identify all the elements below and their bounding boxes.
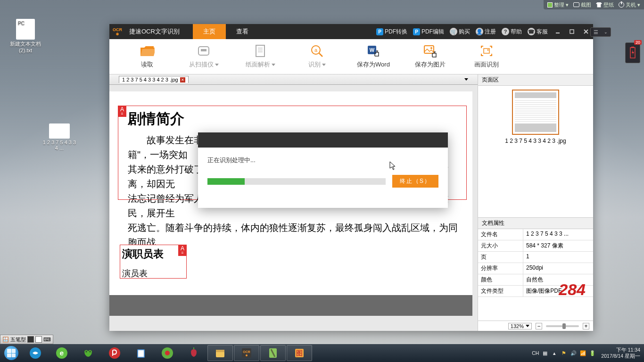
file-tab[interactable]: 1 2 3 7 5 4 3 3 4 2 3 .jpg ✕ — [119, 76, 189, 83]
btn-service[interactable]: ☎客服 — [525, 28, 551, 36]
topbar-shutdown[interactable]: 关机▾ — [619, 1, 640, 8]
taskbar-item[interactable] — [102, 345, 127, 361]
svg-rect-28 — [138, 350, 144, 357]
close-tab-icon[interactable]: ✕ — [180, 77, 185, 82]
taskbar-item[interactable] — [181, 345, 206, 361]
zoom-bar: 132% − + — [478, 321, 593, 331]
desktop-icon-label: 新建文本文档 (2).txt — [8, 41, 42, 53]
zoom-slider[interactable] — [546, 325, 579, 327]
svg-rect-17 — [424, 46, 434, 53]
svg-point-25 — [90, 351, 91, 353]
svg-point-20 — [487, 49, 489, 51]
tab-view[interactable]: 查看 — [226, 24, 259, 39]
chevron-down-icon[interactable] — [464, 78, 468, 81]
battery-widget[interactable]: 20 — [625, 42, 640, 63]
tool-save-word[interactable]: W 保存为Word — [345, 44, 402, 69]
taskbar-item-ocr[interactable]: OCR — [234, 345, 259, 361]
desktop-topbar: 整理▾ 截图 壁纸 关机▾ — [544, 0, 644, 9]
svg-rect-19 — [484, 49, 489, 53]
tool-read[interactable]: 读取 — [119, 44, 175, 69]
system-tray: CH ▦ ▴ ⚑ 🔊 📶 🔋 下午 11:34 2017/8/14 星期一 — [532, 347, 644, 359]
tool-paper[interactable]: 纸面解析 — [232, 44, 289, 69]
dialog-titlebar[interactable] — [198, 132, 448, 148]
stop-button[interactable]: 终止（S） — [392, 175, 438, 188]
taskbar-item[interactable] — [23, 345, 48, 361]
screen-ocr-icon — [479, 44, 494, 58]
start-button[interactable] — [0, 344, 23, 362]
folder-open-icon — [140, 44, 155, 58]
chevron-down-icon: ⌄ — [604, 30, 608, 34]
user-icon: 👤 — [476, 28, 483, 35]
btn-help[interactable]: ?帮助 — [499, 28, 525, 36]
chevron-up-icon[interactable]: ▴ — [551, 350, 558, 356]
taskbar-item[interactable]: e — [49, 345, 74, 361]
zoom-in-button[interactable]: + — [583, 323, 589, 329]
ocr-region-2[interactable]: A≡ 演职员表 演员表 — [120, 245, 187, 279]
topbar-screenshot[interactable]: 截图 — [573, 1, 591, 8]
chevron-down-icon — [272, 64, 275, 66]
search-a-icon: a — [309, 44, 324, 58]
taskbar-item[interactable] — [75, 345, 101, 361]
taskbar-item[interactable] — [128, 345, 154, 361]
prop-row-dpi: 分辨率250dpi — [478, 263, 593, 274]
watermark-number: 284 — [559, 280, 586, 299]
topbar-organize[interactable]: 整理▾ — [547, 1, 569, 8]
chevron-down-icon — [215, 64, 219, 66]
svg-rect-3 — [570, 30, 574, 33]
zoom-out-button[interactable]: − — [536, 323, 542, 329]
thumbnail-area: 1 2 3 7 5 4 3 3 4 2 3 .jpg — [478, 86, 593, 149]
topbar-wallpaper[interactable]: 壁纸 — [596, 1, 614, 8]
tab-home[interactable]: 主页 — [193, 24, 226, 39]
ime-mode-icon[interactable] — [27, 336, 34, 343]
sort-menu-button[interactable]: ☰ ⌄ — [590, 27, 611, 37]
ime-toolbar[interactable]: 🪟 五笔型 ⌨ — [0, 335, 53, 344]
document-icon — [253, 44, 268, 58]
tray-flag-icon[interactable]: ⚑ — [561, 350, 567, 356]
tool-scanner[interactable]: 从扫描仪 — [175, 44, 232, 69]
taskbar-item[interactable] — [155, 345, 180, 361]
btn-buy[interactable]: 🛒购买 — [447, 28, 473, 36]
image-file-icon — [49, 123, 70, 139]
pages-section-title: 页面区 — [478, 74, 593, 86]
svg-text:图: 图 — [296, 349, 303, 357]
tray-ime-icon[interactable]: ▦ — [542, 350, 548, 356]
app-title: 捷速OCR文字识别 — [125, 27, 183, 36]
titlebar[interactable]: OCR◉ 捷速OCR文字识别 主页 查看 PPDF转换 PPDF编辑 🛒购买 👤… — [109, 24, 593, 39]
svg-rect-1 — [631, 47, 634, 48]
tool-recognize[interactable]: a 识别 — [289, 44, 345, 69]
progress-fill — [207, 178, 245, 185]
prop-row-filename: 文件名1 2 3 7 5 4 3 3 ... — [478, 229, 593, 240]
desktop-icon-txt[interactable]: 新建文本文档 (2).txt — [8, 19, 42, 53]
maximize-button[interactable] — [565, 24, 579, 39]
keyboard-icon[interactable]: ⌨ — [43, 337, 51, 343]
taskbar-clock[interactable]: 下午 11:34 2017/8/14 星期一 — [598, 347, 640, 359]
desktop-icon-label: 1 2 3 7 5 4 3 3 4 ... — [42, 140, 76, 151]
ime-mode-icon[interactable] — [35, 336, 42, 343]
ocr-tag-icon: A≡ — [118, 106, 126, 117]
network-icon[interactable]: 📶 — [579, 350, 586, 356]
svg-rect-8 — [256, 45, 264, 57]
btn-pdf-edit[interactable]: PPDF编辑 — [410, 28, 447, 36]
svg-line-14 — [319, 53, 322, 57]
volume-icon[interactable]: 🔊 — [570, 350, 577, 356]
page-thumbnail[interactable] — [512, 90, 559, 135]
battery-icon — [629, 47, 636, 59]
canvas-wrap[interactable]: A≡ 剧情简介 故事发生在非洲附近的大海上，主人公冷锋遭遇人生滑铁卢，被"开除军… — [109, 85, 478, 331]
btn-pdf-convert[interactable]: PPDF转换 — [373, 28, 410, 36]
taskbar-item[interactable] — [260, 345, 286, 361]
zoom-select[interactable]: 132% — [508, 323, 532, 329]
btn-register[interactable]: 👤注册 — [473, 28, 499, 36]
taskbar-item[interactable] — [207, 345, 233, 361]
tray-lang[interactable]: CH — [532, 350, 539, 356]
battery-icon[interactable]: 🔋 — [589, 350, 595, 356]
tool-screen-ocr[interactable]: 画面识别 — [458, 44, 515, 69]
desktop-icon-img[interactable]: 1 2 3 7 5 4 3 3 4 ... — [42, 123, 76, 151]
prop-row-size: 元大小584 * 327 像素 — [478, 240, 593, 252]
svg-point-18 — [430, 47, 432, 49]
ime-logo-icon: 🪟 — [2, 337, 9, 343]
tool-save-image[interactable]: 保存为图片 — [402, 44, 458, 69]
minimize-button[interactable] — [551, 24, 565, 39]
taskbar-item[interactable]: 图 — [287, 345, 312, 361]
processing-dialog: 正在识别处理中... 终止（S） — [198, 132, 448, 208]
ocr-heading: 演职员表 — [122, 247, 184, 261]
